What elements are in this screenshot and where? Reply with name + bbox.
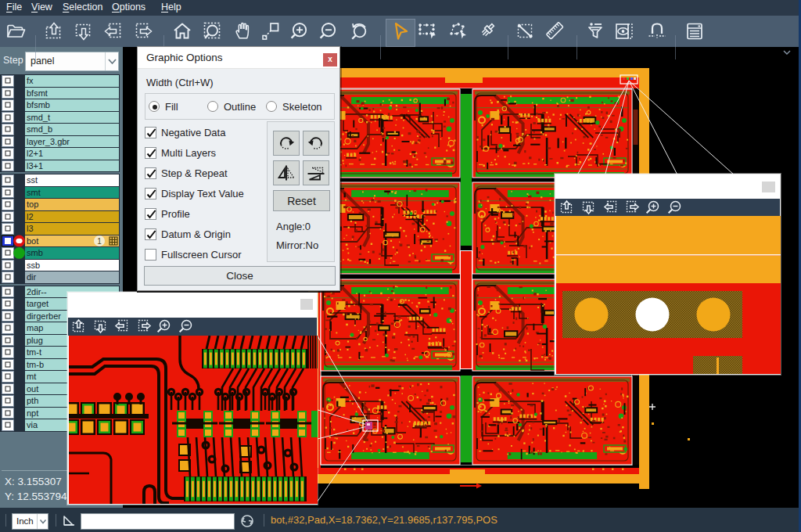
svg-text:1: 1 [97,237,102,246]
